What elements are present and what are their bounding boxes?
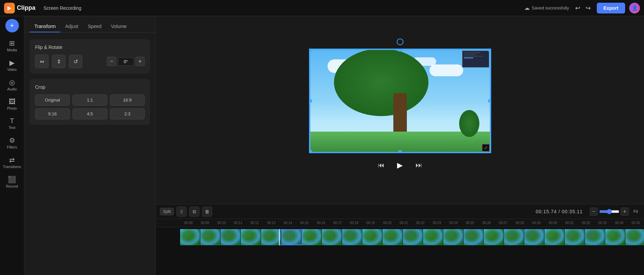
play-pause-button[interactable]: ▶ — [393, 159, 407, 172]
main-content: ⤢ ⏮ ▶ ⏭ Split ⧛ ⧉ 🗑 00:15.74 / 00:35.11 — [156, 16, 644, 275]
sidebar-item-transitions[interactable]: ⇄ Transitions — [1, 153, 23, 171]
zoom-slider[interactable] — [599, 209, 619, 214]
ruler-label: 00:20 — [379, 221, 395, 225]
video-preview — [309, 49, 491, 153]
main-layout: + ⊞ Media ▶ Video ◎ Audio 🖼 Photo T Text… — [0, 16, 644, 275]
sidebar-item-text[interactable]: T Text — [1, 114, 23, 132]
sidebar-item-filters[interactable]: ⚙ Filters — [1, 134, 23, 152]
ruler-label: 00:11 — [230, 221, 246, 225]
clip-selection — [279, 229, 303, 245]
delete-clip-button[interactable]: 🗑 — [202, 207, 212, 217]
sidebar-item-photo[interactable]: 🖼 Photo — [1, 95, 23, 113]
video-clip-strip[interactable] — [180, 229, 644, 245]
sidebar-item-label-transitions: Transitions — [3, 165, 21, 169]
clip-thumb — [423, 229, 443, 245]
clip-thumb — [241, 229, 261, 245]
tab-volume[interactable]: Volume — [106, 21, 132, 32]
ruler-label: 00:22 — [412, 221, 429, 225]
tab-adjust[interactable]: Adjust — [60, 21, 83, 32]
sidebar-item-video[interactable]: ▶ Video — [1, 56, 23, 74]
clip-thumb — [484, 229, 504, 245]
properties-panel: Transform Adjust Speed Volume Flip & Rot… — [24, 16, 156, 275]
rotate-control: − 0° + — [107, 57, 145, 66]
filters-icon: ⚙ — [9, 136, 15, 144]
clip-thumb — [544, 229, 565, 245]
crop-4-5-button[interactable]: 4:5 — [73, 108, 107, 119]
split-clip-button[interactable]: ⧛ — [176, 207, 187, 217]
flip-horizontal-button[interactable]: ⇔ — [35, 55, 49, 68]
redo-button[interactable]: ↪ — [584, 3, 593, 13]
zoom-in-button[interactable]: + — [621, 208, 629, 216]
scene-grass — [310, 132, 491, 152]
saved-status: ☁ Saved successfully — [524, 5, 569, 11]
crop-original-button[interactable]: Original — [35, 94, 70, 106]
saved-label: Saved successfully — [532, 5, 569, 10]
ruler-label: 00:28 — [511, 221, 528, 225]
tab-transform[interactable]: Transform — [30, 21, 60, 32]
undo-button[interactable]: ↩ — [573, 3, 582, 13]
rotate-minus-button[interactable]: − — [107, 57, 116, 66]
fullscreen-button[interactable]: ⤢ — [482, 144, 490, 152]
sidebar-item-audio[interactable]: ◎ Audio — [1, 76, 23, 94]
ruler-label: 00:24 — [445, 221, 462, 225]
sidebar-item-label-record: Record — [6, 184, 18, 188]
sidebar-item-record[interactable]: ⬛ Record — [1, 173, 23, 191]
crop-1-1-button[interactable]: 1:1 — [73, 94, 107, 106]
rotate-plus-button[interactable]: + — [135, 57, 145, 66]
clip-thumb — [585, 229, 605, 245]
clip-thumb — [605, 229, 625, 245]
playhead-head — [277, 229, 281, 230]
crop-grid: Original 1:1 16:9 9:16 4:5 2:3 — [35, 94, 145, 119]
playhead — [279, 229, 280, 245]
ruler-label: 00:09 — [197, 221, 213, 225]
zoom-out-button[interactable]: − — [590, 208, 598, 216]
sidebar-item-label-audio: Audio — [7, 87, 17, 91]
rotate-reset-button[interactable]: ↺ — [69, 55, 82, 68]
ruler-label: 00:12 — [246, 221, 263, 225]
crop-16-9-button[interactable]: 16:9 — [110, 94, 145, 106]
ruler-label: 00:27 — [495, 221, 511, 225]
ruler-label: 00:18 — [346, 221, 362, 225]
ruler-label: 00:23 — [429, 221, 445, 225]
split-badge: Split — [160, 208, 174, 215]
logo[interactable]: ▶ Clippa — [4, 3, 35, 13]
video-rotate-handle[interactable] — [397, 38, 403, 45]
clip-thumb — [322, 229, 342, 245]
export-button[interactable]: Export — [597, 3, 625, 13]
copy-clip-button[interactable]: ⧉ — [189, 207, 199, 217]
tree-trunk — [393, 93, 407, 134]
ruler-label: 00:35 — [627, 221, 644, 225]
flip-rotate-title: Flip & Rotate — [35, 45, 145, 50]
corner-screen-overlay — [462, 51, 489, 67]
skip-back-button[interactable]: ⏮ — [376, 159, 387, 171]
preview-area: ⤢ ⏮ ▶ ⏭ — [156, 16, 644, 204]
sidebar-item-label-media: Media — [7, 48, 17, 52]
crop-title: Crop — [35, 84, 145, 90]
crop-2-3-button[interactable]: 2:3 — [110, 108, 145, 119]
sidebar-item-label-video: Video — [7, 67, 17, 72]
fit-button[interactable]: Fit — [632, 209, 640, 215]
skip-forward-button[interactable]: ⏭ — [414, 159, 424, 171]
tree-canopy — [334, 49, 428, 116]
timeline-tracks — [156, 227, 644, 275]
timeline-current-time: 00:15.74 / 00:35.11 — [536, 209, 583, 214]
clip-thumb — [342, 229, 362, 245]
cloud-3 — [429, 64, 463, 76]
ruler-label: 00:33 — [594, 221, 611, 225]
playback-controls: ⏮ ▶ ⏭ — [376, 159, 424, 172]
avatar[interactable]: 👤 — [629, 3, 640, 13]
clip-thumb — [504, 229, 524, 245]
flip-vertical-button[interactable]: ⇕ — [52, 55, 65, 68]
tab-speed[interactable]: Speed — [83, 21, 106, 32]
crop-9-16-button[interactable]: 9:16 — [35, 108, 70, 119]
project-name: Screen Recording — [44, 5, 81, 11]
ruler-label: 00:25 — [462, 221, 478, 225]
ruler-label: 00:29 — [528, 221, 544, 225]
ruler-label: 00:13 — [263, 221, 280, 225]
undo-redo-group: ↩ ↪ — [573, 3, 593, 13]
sidebar-item-media[interactable]: ⊞ Media — [1, 36, 23, 55]
add-media-button[interactable]: + — [5, 19, 19, 32]
ruler-label: 00:26 — [478, 221, 495, 225]
ruler-label: 00:15 — [296, 221, 313, 225]
clip-thumb — [180, 229, 200, 245]
